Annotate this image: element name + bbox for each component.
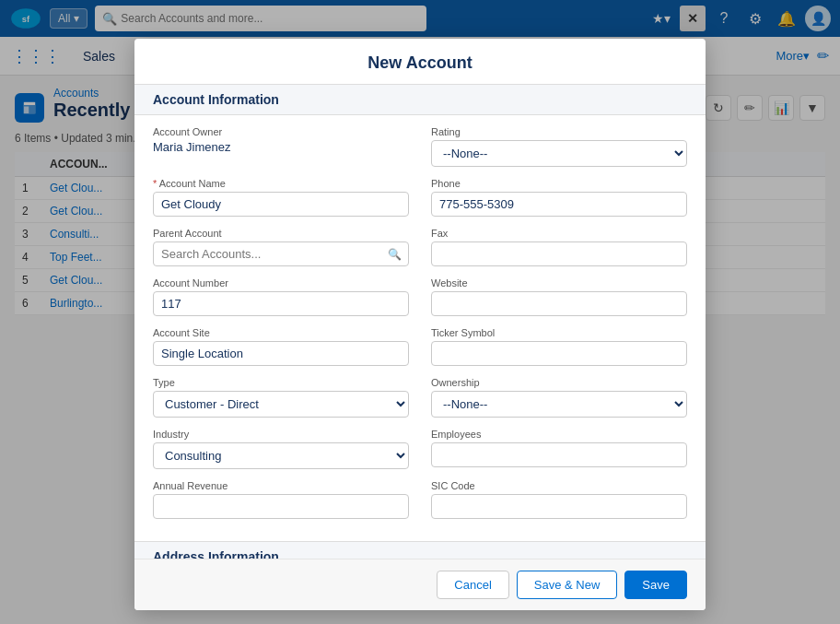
- save-new-button[interactable]: Save & New: [517, 571, 618, 599]
- employees-label: Employees: [431, 429, 687, 440]
- form-col-employees: Employees: [431, 429, 687, 469]
- annual-revenue-input[interactable]: [153, 494, 409, 519]
- rating-label: Rating: [431, 126, 687, 137]
- account-info-form: Account Owner Maria Jimenez Rating --Non…: [134, 115, 706, 541]
- rating-select[interactable]: --None--: [431, 140, 687, 167]
- form-row-name-phone: Account Name Phone: [153, 178, 687, 217]
- form-col-annual-revenue: Annual Revenue: [153, 480, 409, 519]
- form-col-rating: Rating --None--: [431, 126, 687, 167]
- fax-input[interactable]: [431, 241, 687, 266]
- new-account-modal: New Account Account Information Account …: [134, 39, 706, 610]
- form-col-ticker: Ticker Symbol: [431, 327, 687, 366]
- form-col-industry: Industry Consulting: [153, 429, 409, 469]
- phone-input[interactable]: [431, 192, 687, 217]
- parent-account-search-wrap: 🔍: [153, 241, 409, 266]
- fax-label: Fax: [431, 228, 687, 239]
- phone-label: Phone: [431, 178, 687, 189]
- parent-account-label: Parent Account: [153, 228, 409, 239]
- website-input[interactable]: [431, 291, 687, 316]
- cancel-button[interactable]: Cancel: [437, 571, 508, 599]
- type-label: Type: [153, 377, 409, 388]
- ticker-symbol-label: Ticker Symbol: [431, 327, 687, 338]
- industry-label: Industry: [153, 429, 409, 440]
- employees-input[interactable]: [431, 442, 687, 467]
- sic-code-input[interactable]: [431, 494, 687, 519]
- address-info-section-header: Address Information: [134, 541, 706, 559]
- form-row-number-website: Account Number Website: [153, 277, 687, 316]
- form-row-type-ownership: Type Customer - Direct Ownership --None-…: [153, 377, 687, 418]
- form-row-site-ticker: Account Site Ticker Symbol: [153, 327, 687, 366]
- account-number-label: Account Number: [153, 277, 409, 288]
- modal-overlay: New Account Account Information Account …: [0, 0, 840, 624]
- account-owner-label: Account Owner: [153, 126, 409, 137]
- modal-body: Account Information Account Owner Maria …: [134, 84, 706, 559]
- form-row-parent-fax: Parent Account 🔍 Fax: [153, 228, 687, 266]
- industry-select[interactable]: Consulting: [153, 442, 409, 469]
- form-col-phone: Phone: [431, 178, 687, 217]
- type-select[interactable]: Customer - Direct: [153, 391, 409, 418]
- website-label: Website: [431, 277, 687, 288]
- account-name-label: Account Name: [153, 178, 409, 189]
- parent-account-input[interactable]: [153, 241, 409, 266]
- form-col-parent-account: Parent Account 🔍: [153, 228, 409, 266]
- form-col-owner: Account Owner Maria Jimenez: [153, 126, 409, 167]
- form-row-industry-employees: Industry Consulting Employees: [153, 429, 687, 469]
- ownership-label: Ownership: [431, 377, 687, 388]
- modal-title: New Account: [134, 39, 706, 84]
- save-button[interactable]: Save: [624, 571, 687, 599]
- account-site-input[interactable]: [153, 341, 409, 366]
- ownership-select[interactable]: --None--: [431, 391, 687, 418]
- form-col-sic-code: SIC Code: [431, 480, 687, 519]
- modal-footer: Cancel Save & New Save: [134, 559, 706, 610]
- form-col-ownership: Ownership --None--: [431, 377, 687, 418]
- form-col-account-site: Account Site: [153, 327, 409, 366]
- form-col-fax: Fax: [431, 228, 687, 266]
- annual-revenue-label: Annual Revenue: [153, 480, 409, 491]
- form-row-owner-rating: Account Owner Maria Jimenez Rating --Non…: [153, 126, 687, 167]
- account-number-input[interactable]: [153, 291, 409, 316]
- form-col-website: Website: [431, 277, 687, 316]
- ticker-symbol-input[interactable]: [431, 341, 687, 366]
- account-site-label: Account Site: [153, 327, 409, 338]
- form-col-account-number: Account Number: [153, 277, 409, 316]
- account-info-section-header: Account Information: [134, 84, 706, 115]
- sic-code-label: SIC Code: [431, 480, 687, 491]
- account-name-input[interactable]: [153, 192, 409, 217]
- form-col-type: Type Customer - Direct: [153, 377, 409, 418]
- form-col-account-name: Account Name: [153, 178, 409, 217]
- account-owner-value: Maria Jimenez: [153, 140, 409, 154]
- form-row-revenue-sic: Annual Revenue SIC Code: [153, 480, 687, 519]
- parent-search-icon: 🔍: [388, 248, 402, 261]
